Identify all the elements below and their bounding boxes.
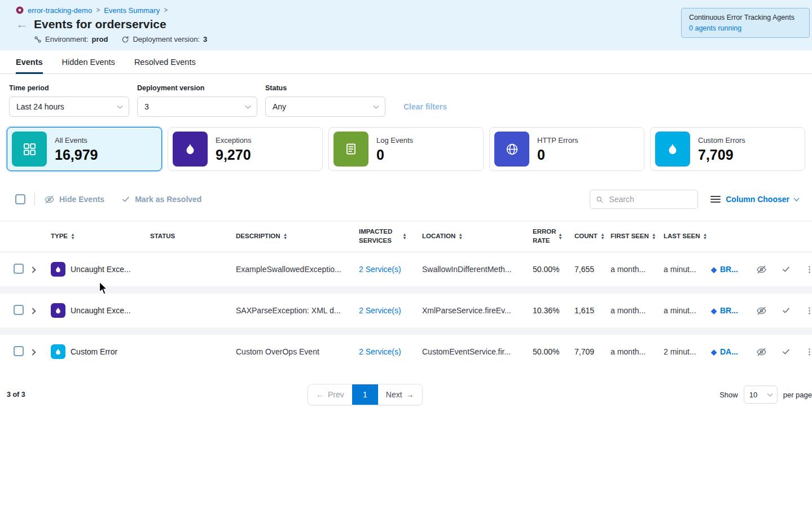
sort-icon[interactable]: ▴▾ (704, 233, 706, 240)
sort-icon[interactable]: ▴▾ (602, 233, 604, 240)
environment-label: Environment: (45, 35, 89, 43)
search-icon (596, 195, 603, 204)
card-all-events[interactable]: All Events16,979 (7, 127, 162, 171)
tab-hidden-events[interactable]: Hidden Events (62, 50, 115, 73)
page-header: error-tracking-demo > Events Summary > ←… (0, 0, 812, 50)
impacted-services-link[interactable]: 2 Service(s) (359, 265, 401, 274)
event-type: Custom Error (71, 347, 117, 356)
hide-events-button[interactable]: Hide Events (44, 194, 104, 205)
column-header-last-seen[interactable]: LAST SEEN ▴▾ (664, 232, 711, 241)
arrow-left-icon: ← (316, 390, 324, 399)
last-seen: 2 minut... (664, 347, 711, 356)
resolve-event-icon[interactable] (782, 265, 791, 274)
flame-icon (655, 132, 690, 167)
event-location: SwallowInDifferentMeth... (422, 265, 533, 274)
next-label: Next (386, 390, 402, 399)
column-header-error-rate[interactable]: ERROR RATE ▴▾ (533, 227, 574, 245)
ticket-link[interactable]: ◆DA... (711, 347, 738, 356)
sort-icon[interactable]: ▴▾ (72, 233, 74, 240)
sort-down-glyph: ▾ (403, 237, 406, 240)
hide-event-icon[interactable] (756, 305, 767, 316)
event-count: 1,615 (574, 306, 611, 315)
row-checkbox[interactable] (14, 264, 24, 274)
row-menu-kebab-icon[interactable] (805, 265, 812, 274)
column-chooser-button[interactable]: Column Chooser (710, 195, 798, 204)
search-input[interactable] (608, 194, 692, 204)
column-header-location[interactable]: LOCATION ▴▾ (422, 232, 533, 241)
column-label: LAST SEEN (664, 232, 700, 241)
page-number-button[interactable]: 1 (352, 384, 378, 405)
breadcrumb-separator: > (96, 6, 100, 14)
sort-down-glyph: ▾ (284, 237, 287, 240)
status-select[interactable]: Any (265, 97, 385, 117)
tab-resolved-events[interactable]: Resolved Events (134, 50, 196, 73)
column-header-first-seen[interactable]: FIRST SEEN ▴▾ (611, 232, 664, 241)
jira-icon: ◆ (711, 265, 717, 274)
table-row: Uncaught Exce... SAXParseException: XML … (0, 294, 812, 327)
row-checkbox[interactable] (14, 305, 24, 315)
impacted-services-link[interactable]: 2 Service(s) (359, 306, 401, 315)
select-all-checkbox[interactable] (15, 194, 25, 204)
table-toolbar: Hide Events Mark as Resolved Column Choo… (0, 189, 812, 209)
sort-icon[interactable]: ▴▾ (403, 233, 406, 240)
row-checkbox[interactable] (14, 346, 24, 356)
column-header-description[interactable]: DESCRIPTION ▴▾ (236, 232, 359, 241)
card-custom-errors[interactable]: Custom Errors7,709 (650, 127, 805, 171)
column-header-count[interactable]: COUNT ▴▾ (574, 232, 611, 241)
flame-icon (173, 132, 208, 167)
breadcrumb-link-events-summary[interactable]: Events Summary (104, 6, 160, 15)
row-menu-kebab-icon[interactable] (805, 348, 812, 356)
page-size-select[interactable]: 10 (744, 386, 778, 404)
table-body: Uncaught Exce... ExampleSwallowedExcepti… (0, 252, 812, 369)
card-exceptions[interactable]: Exceptions9,270 (168, 127, 323, 171)
deployment-version-filter: Deployment version 3 (137, 84, 257, 117)
ticket-link[interactable]: ◆BR... (711, 265, 738, 274)
sort-icon[interactable]: ▴▾ (284, 233, 287, 240)
column-label: COUNT (574, 232, 598, 241)
sort-down-glyph: ▾ (653, 237, 655, 240)
column-chooser-label: Column Chooser (726, 195, 789, 204)
sort-down-glyph: ▾ (459, 237, 462, 240)
back-arrow-icon[interactable]: ← (16, 18, 28, 30)
ticket-id: BR... (720, 265, 738, 274)
column-header-impacted-services[interactable]: IMPACTED SERVICES ▴▾ (359, 227, 422, 245)
event-location: XmlParseService.fireEv... (422, 306, 533, 315)
deployment-version-select[interactable]: 3 (137, 97, 257, 117)
hide-event-icon[interactable] (756, 264, 767, 275)
column-label: ERROR RATE (533, 227, 555, 245)
hide-event-icon[interactable] (756, 347, 767, 357)
card-log-events[interactable]: Log Events0 (328, 127, 484, 171)
sort-icon[interactable]: ▴▾ (559, 233, 561, 240)
expand-row-icon[interactable] (30, 308, 36, 314)
next-page-button[interactable]: Next → (378, 384, 422, 405)
sort-icon[interactable]: ▴▾ (653, 233, 655, 240)
stat-cards: All Events16,979 Exceptions9,270 Log Eve… (0, 117, 812, 171)
card-http-errors[interactable]: HTTP Errors0 (489, 127, 644, 171)
chevron-down-icon (767, 391, 773, 397)
ticket-link[interactable]: ◆BR... (711, 306, 738, 315)
first-seen: a month... (611, 347, 664, 356)
expand-row-icon[interactable] (30, 349, 36, 355)
tab-events[interactable]: Events (16, 50, 43, 73)
agents-running-link[interactable]: 0 agents running (689, 24, 802, 32)
first-seen: a month... (611, 306, 664, 315)
per-page-label: per page (783, 391, 812, 399)
column-header-type[interactable]: TYPE ▴▾ (51, 232, 150, 241)
event-type: Uncaught Exce... (71, 306, 131, 315)
resolve-event-icon[interactable] (782, 306, 791, 315)
event-description: Custom OverOps Event (236, 347, 359, 356)
impacted-services-link[interactable]: 2 Service(s) (359, 347, 401, 356)
expand-row-icon[interactable] (30, 266, 36, 273)
resolve-event-icon[interactable] (782, 347, 791, 356)
clear-filters-button[interactable]: Clear filters (403, 102, 447, 111)
deployment-meta: Deployment version: 3 (121, 35, 207, 43)
row-menu-kebab-icon[interactable] (805, 307, 812, 315)
environment-icon (34, 36, 42, 43)
divider (34, 193, 35, 205)
breadcrumb-link-project[interactable]: error-tracking-demo (28, 6, 92, 15)
prev-page-button[interactable]: ← Prev (308, 384, 352, 405)
environment-meta: Environment: prod (34, 35, 108, 43)
time-period-select[interactable]: Last 24 hours (9, 97, 129, 117)
sort-icon[interactable]: ▴▾ (459, 233, 462, 240)
mark-resolved-button[interactable]: Mark as Resolved (121, 195, 201, 204)
